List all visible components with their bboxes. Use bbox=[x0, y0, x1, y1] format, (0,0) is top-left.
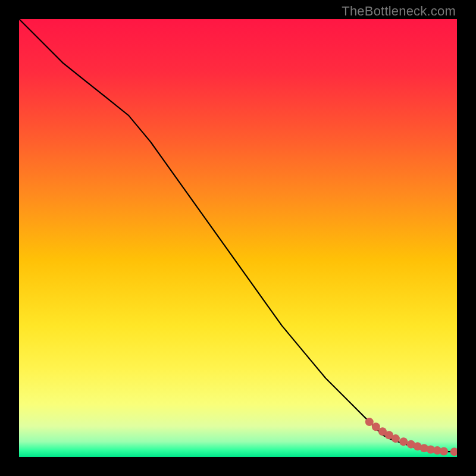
data-point-group bbox=[365, 418, 457, 456]
watermark-text: TheBottleneck.com bbox=[342, 4, 456, 19]
data-point bbox=[392, 434, 400, 443]
data-point bbox=[399, 437, 408, 446]
chart-stage: TheBottleneck.com bbox=[0, 0, 476, 476]
scatter-layer bbox=[19, 19, 457, 457]
data-point bbox=[450, 447, 457, 456]
plot-area bbox=[19, 19, 457, 457]
data-point bbox=[440, 447, 448, 455]
